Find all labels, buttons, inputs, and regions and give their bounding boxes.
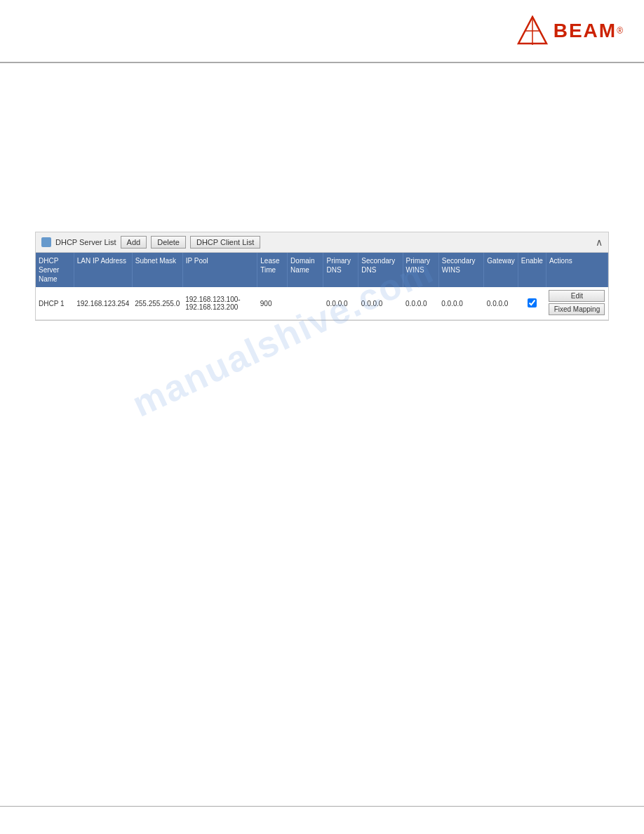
cell-dhcp-server-name: DHCP 1 xyxy=(36,287,74,320)
beam-logo-icon xyxy=(515,15,550,47)
col-primary-wins: Primary WINS xyxy=(403,253,438,287)
table-row: DHCP 1 192.168.123.254 255.255.255.0 192… xyxy=(36,287,608,320)
collapse-button[interactable]: ∧ xyxy=(596,237,603,248)
logo-registered: ® xyxy=(617,26,623,36)
header: BEAM® xyxy=(0,0,644,63)
dhcp-server-panel: DHCP Server List Add Delete DHCP Client … xyxy=(35,232,609,321)
cell-lan-ip-address: 192.168.123.254 xyxy=(74,287,132,320)
enable-checkbox[interactable] xyxy=(528,298,537,307)
cell-subnet-mask: 255.255.255.0 xyxy=(132,287,182,320)
panel-header: DHCP Server List Add Delete DHCP Client … xyxy=(36,232,608,253)
cell-ip-pool: 192.168.123.100-192.168.123.200 xyxy=(182,287,257,320)
cell-gateway: 0.0.0.0 xyxy=(484,287,518,320)
main-content: DHCP Server List Add Delete DHCP Client … xyxy=(35,70,609,799)
col-domain-name: Domain Name xyxy=(288,253,323,287)
edit-button[interactable]: Edit xyxy=(549,290,605,302)
cell-lease-time: 900 xyxy=(257,287,288,320)
col-lease-time: Lease Time xyxy=(257,253,288,287)
dhcp-server-table: DHCP Server Name LAN IP Address Subnet M… xyxy=(36,253,608,320)
delete-button[interactable]: Delete xyxy=(151,236,186,249)
cell-secondary-dns: 0.0.0.0 xyxy=(358,287,403,320)
add-button[interactable]: Add xyxy=(121,236,147,249)
fixed-mapping-button[interactable]: Fixed Mapping xyxy=(549,303,605,315)
footer xyxy=(0,806,644,834)
cell-enable xyxy=(518,287,546,320)
col-primary-dns: Primary DNS xyxy=(323,253,358,287)
col-secondary-wins: Secondary WINS xyxy=(438,253,484,287)
logo: BEAM® xyxy=(515,15,623,47)
col-lan-ip-address: LAN IP Address xyxy=(74,253,132,287)
panel-icon xyxy=(41,237,51,247)
col-dhcp-server-name: DHCP Server Name xyxy=(36,253,74,287)
cell-actions: Edit Fixed Mapping xyxy=(546,287,608,320)
logo-text: BEAM xyxy=(554,20,617,42)
cell-domain-name xyxy=(288,287,323,320)
col-ip-pool: IP Pool xyxy=(182,253,257,287)
cell-primary-dns: 0.0.0.0 xyxy=(323,287,358,320)
col-enable: Enable xyxy=(518,253,546,287)
col-subnet-mask: Subnet Mask xyxy=(132,253,182,287)
col-secondary-dns: Secondary DNS xyxy=(358,253,403,287)
cell-secondary-wins: 0.0.0.0 xyxy=(438,287,484,320)
dhcp-client-list-button[interactable]: DHCP Client List xyxy=(190,236,260,249)
col-actions: Actions xyxy=(546,253,608,287)
col-gateway: Gateway xyxy=(484,253,518,287)
table-header-row: DHCP Server Name LAN IP Address Subnet M… xyxy=(36,253,608,287)
panel-title: DHCP Server List xyxy=(55,238,116,246)
cell-primary-wins: 0.0.0.0 xyxy=(403,287,438,320)
